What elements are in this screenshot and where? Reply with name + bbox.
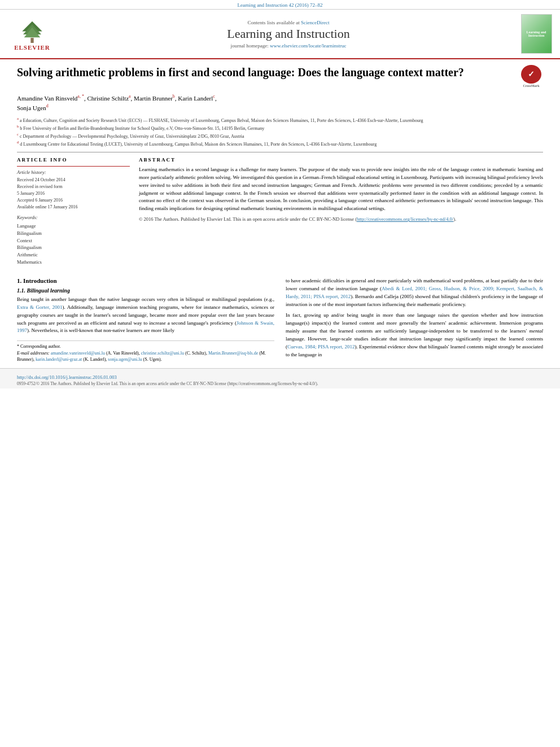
- sciencedirect-link[interactable]: ScienceDirect: [301, 20, 329, 25]
- sciencedirect-line: Contents lists available at ScienceDirec…: [62, 20, 515, 25]
- journal-reference-bar: Learning and Instruction 42 (2016) 72–82: [0, 0, 560, 10]
- author1-sup: a, *: [77, 94, 84, 99]
- doi-link[interactable]: http://dx.doi.org/10.1016/j.learninstruc…: [17, 374, 117, 380]
- email-link-3[interactable]: Martin.Brunner@isq-bls.de: [208, 351, 258, 356]
- author1-name: Amandine Van Rinsveld: [17, 95, 77, 102]
- right-paragraph-1: to have academic difficulties in general…: [286, 277, 543, 309]
- journal-homepage-link[interactable]: www.elsevier.com/locate/learninstruc: [270, 43, 346, 49]
- author5-sup: d: [46, 103, 49, 108]
- cc-license-link[interactable]: http://creativecommons.org/licenses/by-n…: [357, 216, 453, 222]
- revised-label: Received in revised form: [17, 184, 130, 190]
- affil-d: d d Luxembourg Centre for Educational Te…: [17, 139, 543, 147]
- article-title-block: Solving arithmetic problems in first and…: [17, 65, 543, 89]
- affil-c: c c Department of Psychology — Developme…: [17, 132, 543, 139]
- abedi-lord-link[interactable]: Abedi & Lord, 2001; Gross, Hudson, & Pri…: [286, 286, 543, 299]
- body-right-column: to have academic difficulties in general…: [286, 277, 543, 362]
- cuevas-link[interactable]: Cuevas, 1984; PISA report, 2012: [287, 344, 355, 350]
- email-link-4[interactable]: karin.landerl@uni-graz.at: [36, 357, 82, 362]
- authors-line: Amandine Van Rinsvelda, *, Christine Sch…: [17, 93, 543, 112]
- abstract-column: ABSTRACT Learning mathematics in a secon…: [139, 157, 543, 266]
- article-info-heading: ARTICLE INFO: [17, 157, 130, 163]
- journal-cover-image: Learning and Instruction: [521, 14, 552, 54]
- journal-center-header: Contents lists available at ScienceDirec…: [62, 20, 515, 49]
- accepted-date: Accepted 6 January 2016: [17, 197, 130, 204]
- body-left-column: 1. Introduction 1.1. Bilingual learning …: [17, 277, 274, 362]
- email-link-5[interactable]: sonja.ugen@uni.lu: [108, 357, 142, 362]
- journal-title: Learning and Instruction: [62, 27, 515, 41]
- issn-line: 0959-4752/© 2016 The Authors. Published …: [17, 381, 543, 386]
- received-date: Received 24 October 2014: [17, 177, 130, 184]
- affil-b: b b Free University of Berlin and Berlin…: [17, 124, 543, 132]
- journal-homepage-line: journal homepage: www.elsevier.com/locat…: [62, 43, 515, 49]
- email-footnote: E-mail addresses: amandine.vanrinsveld@u…: [17, 350, 274, 362]
- article-info-column: ARTICLE INFO Article history: Received 2…: [17, 157, 130, 266]
- svg-rect-0: [30, 38, 33, 43]
- article-info-box: Article history: Received 24 October 201…: [17, 166, 130, 266]
- journal-reference: Learning and Instruction 42 (2016) 72–82: [237, 2, 322, 8]
- author3-name: Martin Brunner: [134, 95, 173, 102]
- crossmark-icon: ✓: [521, 65, 541, 84]
- affil-a: a a Education, Culture, Cognition and So…: [17, 116, 543, 124]
- extra-gorter-link[interactable]: Extra & Gorter, 2001: [17, 304, 62, 310]
- abstract-text: Learning mathematics in a second languag…: [139, 166, 543, 213]
- article-dates: Received 24 October 2014 Received in rev…: [17, 177, 130, 211]
- intro-paragraph-1: Being taught in another language than th…: [17, 296, 274, 335]
- elsevier-tree-icon: [15, 20, 49, 43]
- email-link-1[interactable]: amandine.vanrinsveld@uni.lu: [51, 351, 105, 356]
- crossmark-badge[interactable]: ✓ CrossMark: [519, 65, 543, 89]
- corresponding-author-note: * Corresponding author.: [17, 343, 274, 350]
- footer-bar: http://dx.doi.org/10.1016/j.learninstruc…: [0, 368, 560, 388]
- right-paragraph-2: In fact, growing up and/or being taught …: [286, 312, 543, 359]
- author4-name: Karin Landerl: [178, 95, 213, 102]
- keywords-label: Keywords:: [17, 214, 130, 221]
- footnote-section: * Corresponding author. E-mail addresses…: [17, 340, 274, 362]
- open-access-notice: © 2016 The Authors. Published by Elsevie…: [139, 216, 543, 222]
- subsection-1-1-title: 1.1. Bilingual learning: [17, 287, 274, 294]
- elsevier-brand-text: ELSEVIER: [14, 44, 50, 51]
- abstract-heading: ABSTRACT: [139, 157, 543, 163]
- main-body-section: 1. Introduction 1.1. Bilingual learning …: [0, 272, 560, 368]
- author5-name: Sonja Ugen: [17, 104, 46, 111]
- keywords-list: LanguageBilingualismContextBilingualismA…: [17, 222, 130, 266]
- article-history-label: Article history:: [17, 169, 130, 176]
- author2-sup: a: [129, 94, 131, 99]
- email-link-2[interactable]: christine.schiltz@uni.lu: [141, 351, 184, 356]
- section1-heading: 1. Introduction: [17, 277, 274, 284]
- doi-line: http://dx.doi.org/10.1016/j.learninstruc…: [17, 374, 543, 380]
- section-divider: [17, 152, 543, 152]
- author2-name: Christine Schiltz: [87, 95, 129, 102]
- elsevier-logo: ELSEVIER: [7, 17, 58, 51]
- article-header-section: Solving arithmetic problems in first and…: [0, 59, 560, 272]
- author3-sup: b: [173, 94, 175, 99]
- available-date: Available online 17 January 2016: [17, 204, 130, 211]
- article-info-abstract-section: ARTICLE INFO Article history: Received 2…: [17, 157, 543, 266]
- affiliations-block: a a Education, Culture, Cognition and So…: [17, 116, 543, 147]
- revised-date: 5 January 2016: [17, 190, 130, 197]
- crossmark-label: CrossMark: [523, 84, 539, 89]
- journal-cover-thumbnail: Learning and Instruction: [519, 14, 553, 54]
- journal-header: ELSEVIER Contents lists available at Sci…: [0, 10, 560, 59]
- author4-sup: c: [213, 94, 215, 99]
- johnson-swain-link[interactable]: Johnson & Swain, 1997: [17, 320, 274, 334]
- article-title-text: Solving arithmetic problems in first and…: [17, 65, 514, 80]
